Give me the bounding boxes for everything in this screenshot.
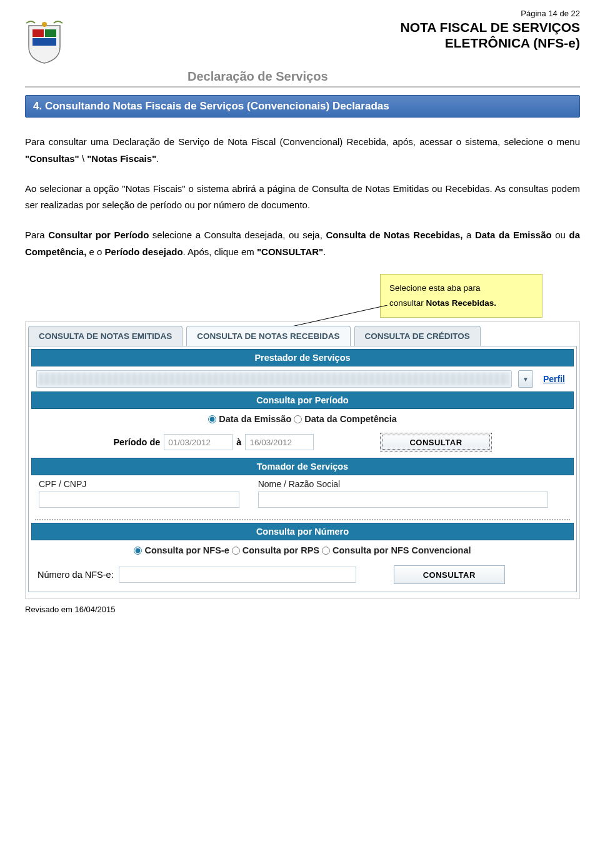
svg-rect-2 [32,38,56,46]
band-periodo: Consulta por Período [31,391,574,409]
text: Para consultar uma Declaração de Serviço… [25,136,580,147]
perfil-link[interactable]: Perfil [539,374,569,384]
text: . Após, clique em [183,246,257,257]
band-prestador: Prestador de Serviços [31,349,574,366]
tab-creditos[interactable]: CONSULTA DE CRÉDITOS [354,326,481,346]
text-bold: "CONSULTAR" [257,246,323,257]
footer-revised: Revisado em 16/04/2015 [25,605,116,614]
date-from-input[interactable] [164,434,232,450]
callout-line: Selecione esta aba para [389,281,533,296]
text-bold: Período desejado [105,246,183,257]
text: \ [79,153,88,164]
radio-data-emissao[interactable]: Data da Emissão [208,414,291,424]
radio-label: Data da Emissão [219,414,291,424]
dotted-separator [35,519,570,520]
document-subtitle: Declaração de Serviços [188,69,580,84]
callout-line: consultar Notas Recebidas. [389,296,533,311]
text: Para [25,230,48,240]
dropdown-icon[interactable]: ▼ [518,370,533,388]
tomador-inputs [31,490,574,517]
text-bold: Consulta de Notas Recebidas, [326,230,462,240]
radio-label: Consulta por NFS Convencional [332,545,471,555]
radio-label: Consulta por RPS [242,545,319,555]
radio-input[interactable] [208,415,216,423]
text: a [463,230,475,240]
paragraph-2: Ao selecionar a opção "Notas Fiscais" o … [25,181,580,214]
radio-rps[interactable]: Consulta por RPS [232,545,319,555]
cpf-cnpj-input[interactable] [39,492,239,508]
text-bold: Data da Emissão [475,230,552,240]
page-number: Página 14 de 22 [25,9,580,18]
radio-row-numero: Consulta por NFS-e Consulta por RPS Cons… [31,540,574,560]
header: NOTA FISCAL DE SERVIÇOS ELETRÔNICA (NFS-… [25,19,580,84]
text: . [156,153,159,164]
tomador-labels: CPF / CNPJ Nome / Razão Social [31,475,574,490]
text: . [323,246,326,257]
band-tomador: Tomador de Serviços [31,458,574,475]
label-cpf-cnpj: CPF / CNPJ [39,479,239,489]
periodo-row: Período de à CONSULTAR [31,429,574,458]
radio-input[interactable] [322,547,330,555]
band-numero: Consulta por Número [31,523,574,540]
paragraph-1: Para consultar uma Declaração de Serviço… [25,134,580,167]
numero-nfse-input[interactable] [119,567,356,583]
divider [25,86,580,88]
text-bold: Consultar por Período [48,230,149,240]
paragraph-3: Para Consultar por Período selecione a C… [25,227,580,260]
radio-label: Data da Competência [304,414,396,424]
label-periodo-a: à [236,437,241,447]
document-title: NOTA FISCAL DE SERVIÇOS ELETRÔNICA (NFS-… [75,19,580,51]
svg-rect-1 [45,29,56,37]
tab-notas-recebidas[interactable]: CONSULTA DE NOTAS RECEBIDAS [186,326,350,346]
tab-bar: CONSULTA DE NOTAS EMITIDAS CONSULTA DE N… [26,322,579,346]
prestador-select[interactable] [36,370,512,388]
tab-notas-emitidas[interactable]: CONSULTA DE NOTAS EMITIDAS [28,326,182,346]
label-numero-nfse: Número da NFS-e: [38,570,114,580]
text: selecione a Consulta desejada, ou seja, [149,230,326,240]
radio-nfse[interactable]: Consulta por NFS-e [134,545,229,555]
app-screenshot: CONSULTA DE NOTAS EMITIDAS CONSULTA DE N… [25,321,580,599]
consultar-numero-button[interactable]: CONSULTAR [394,565,505,584]
text-bold: Notas Recebidas. [426,298,497,308]
svg-point-3 [42,22,47,27]
radio-input[interactable] [232,547,240,555]
coat-of-arms-icon [25,19,64,64]
text-bold: "Consultas" [25,153,79,164]
nome-razao-input[interactable] [258,492,548,508]
label-nome-razao: Nome / Razão Social [258,479,548,489]
label-periodo-de: Período de [113,437,160,447]
radio-input[interactable] [294,415,302,423]
radio-label: Consulta por NFS-e [144,545,229,555]
prestador-row: ▼ Perfil [31,366,574,391]
numero-row: Número da NFS-e: CONSULTAR [31,560,574,589]
svg-rect-0 [32,29,44,37]
text: ou [552,230,569,240]
radio-input[interactable] [134,547,142,555]
consultar-periodo-button[interactable]: CONSULTAR [380,433,491,452]
radio-data-competencia[interactable]: Data da Competência [294,414,396,424]
radio-nfs-convencional[interactable]: Consulta por NFS Convencional [322,545,471,555]
callout-note: Selecione esta aba para consultar Notas … [380,274,542,318]
text-bold: "Notas Fiscais" [87,153,156,164]
section-heading: 4. Consultando Notas Fiscais de Serviços… [25,95,580,118]
text: e o [86,246,104,257]
panel: Prestador de Serviços ▼ Perfil Consulta … [28,346,577,592]
text: consultar [389,298,426,308]
radio-row-periodo: Data da Emissão Data da Competência [31,409,574,429]
date-to-input[interactable] [245,434,314,450]
